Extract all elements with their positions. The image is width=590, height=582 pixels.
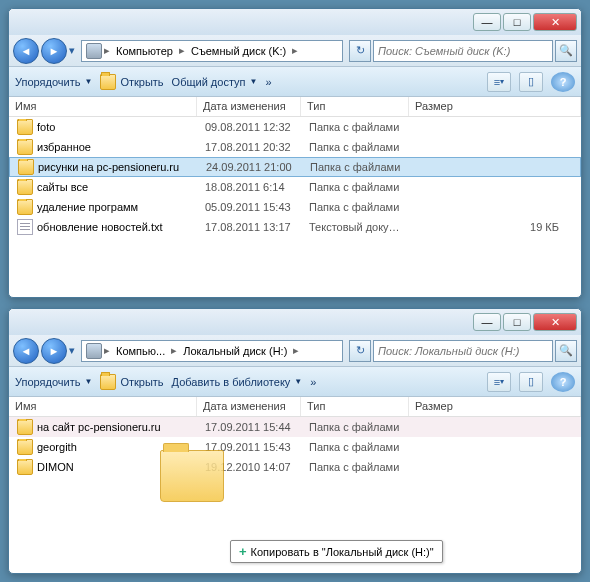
file-date: 24.09.2011 21:00 (200, 161, 304, 173)
titlebar[interactable]: — □ ✕ (9, 309, 581, 335)
breadcrumb-segment[interactable]: Компью... (112, 345, 169, 357)
file-type: Папка с файлами (304, 161, 412, 173)
file-name: на сайт pc-pensioneru.ru (37, 421, 161, 433)
file-date: 18.08.2011 6:14 (199, 181, 303, 193)
file-list[interactable]: на сайт pc-pensioneru.ru17.09.2011 15:44… (9, 417, 581, 477)
folder-icon (18, 159, 34, 175)
file-type: Папка с файлами (303, 141, 411, 153)
chevron-right-icon[interactable]: ▸ (291, 344, 301, 357)
chevron-right-icon[interactable]: ▸ (102, 44, 112, 57)
close-button[interactable]: ✕ (533, 13, 577, 31)
folder-icon (17, 119, 33, 135)
drag-tooltip: + Копировать в "Локальный диск (H:)" (230, 540, 443, 563)
chevron-right-icon[interactable]: ▸ (290, 44, 300, 57)
chevron-right-icon[interactable]: ▸ (102, 344, 112, 357)
search-input[interactable] (378, 45, 548, 57)
refresh-button[interactable]: ↻ (349, 340, 371, 362)
breadcrumb-segment[interactable]: Съемный диск (K:) (187, 45, 290, 57)
column-date[interactable]: Дата изменения (197, 397, 301, 416)
search-box[interactable] (373, 340, 553, 362)
drag-tooltip-label: Копировать в "Локальный диск (H:)" (251, 546, 434, 558)
file-date: 19.12.2010 14:07 (199, 461, 303, 473)
titlebar[interactable]: — □ ✕ (9, 9, 581, 35)
address-bar[interactable]: ▸ Компью... ▸ Локальный диск (H:) ▸ (81, 340, 343, 362)
maximize-button[interactable]: □ (503, 313, 531, 331)
search-button[interactable]: 🔍 (555, 340, 577, 362)
add-to-library-menu[interactable]: Добавить в библиотеку▼ (172, 376, 303, 388)
file-row[interactable]: удаление программ05.09.2011 15:43Папка с… (9, 197, 581, 217)
file-row[interactable]: сайты все18.08.2011 6:14Папка с файлами (9, 177, 581, 197)
maximize-button[interactable]: □ (503, 13, 531, 31)
explorer-window-1: — □ ✕ ◄ ► ▾ ▸ Компьютер ▸ Съемный диск (… (8, 8, 582, 298)
column-name[interactable]: Имя (9, 97, 197, 116)
open-button[interactable]: Открыть (100, 74, 163, 90)
file-row[interactable]: рисунки на pc-pensioneru.ru24.09.2011 21… (9, 157, 581, 177)
share-menu[interactable]: Общий доступ▼ (172, 76, 258, 88)
history-dropdown-icon[interactable]: ▾ (69, 44, 75, 57)
column-name[interactable]: Имя (9, 397, 197, 416)
file-row[interactable]: обновление новостей.txt17.08.2011 13:17Т… (9, 217, 581, 237)
minimize-button[interactable]: — (473, 13, 501, 31)
file-row[interactable]: на сайт pc-pensioneru.ru17.09.2011 15:44… (9, 417, 581, 437)
address-bar[interactable]: ▸ Компьютер ▸ Съемный диск (K:) ▸ (81, 40, 343, 62)
organize-menu[interactable]: Упорядочить▼ (15, 76, 92, 88)
toolbar: Упорядочить▼ Открыть Общий доступ▼ » ≡▾ … (9, 67, 581, 97)
chevron-right-icon[interactable]: ▸ (177, 44, 187, 57)
search-box[interactable] (373, 40, 553, 62)
column-size[interactable]: Размер (409, 97, 581, 116)
search-input[interactable] (378, 345, 548, 357)
breadcrumb-segment[interactable]: Локальный диск (H:) (179, 345, 291, 357)
history-dropdown-icon[interactable]: ▾ (69, 344, 75, 357)
file-name: рисунки на pc-pensioneru.ru (38, 161, 179, 173)
help-button[interactable]: ? (551, 72, 575, 92)
folder-open-icon (100, 374, 116, 390)
search-button[interactable]: 🔍 (555, 40, 577, 62)
back-button[interactable]: ◄ (13, 38, 39, 64)
column-type[interactable]: Тип (301, 97, 409, 116)
breadcrumb-segment[interactable]: Компьютер (112, 45, 177, 57)
folder-icon (17, 179, 33, 195)
refresh-button[interactable]: ↻ (349, 40, 371, 62)
file-row[interactable]: georgith17.09.2011 15:43Папка с файлами (9, 437, 581, 457)
back-button[interactable]: ◄ (13, 338, 39, 364)
more-menu[interactable]: » (310, 376, 316, 388)
more-menu[interactable]: » (265, 76, 271, 88)
column-headers: Имя Дата изменения Тип Размер (9, 397, 581, 417)
preview-pane-button[interactable]: ▯ (519, 72, 543, 92)
plus-icon: + (239, 544, 247, 559)
file-type: Папка с файлами (303, 201, 411, 213)
chevron-right-icon[interactable]: ▸ (169, 344, 179, 357)
file-row[interactable]: DIMON19.12.2010 14:07Папка с файлами (9, 457, 581, 477)
folder-open-icon (100, 74, 116, 90)
file-date: 17.09.2011 15:44 (199, 421, 303, 433)
navbar: ◄ ► ▾ ▸ Компьютер ▸ Съемный диск (K:) ▸ … (9, 35, 581, 67)
folder-icon (17, 439, 33, 455)
preview-pane-button[interactable]: ▯ (519, 372, 543, 392)
open-button[interactable]: Открыть (100, 374, 163, 390)
organize-menu[interactable]: Упорядочить▼ (15, 376, 92, 388)
column-size[interactable]: Размер (409, 397, 581, 416)
folder-icon (17, 419, 33, 435)
file-size: 19 КБ (411, 221, 579, 233)
file-row[interactable]: избранное17.08.2011 20:32Папка с файлами (9, 137, 581, 157)
minimize-button[interactable]: — (473, 313, 501, 331)
file-type: Текстовый докум... (303, 221, 411, 233)
forward-button[interactable]: ► (41, 338, 67, 364)
navbar: ◄ ► ▾ ▸ Компью... ▸ Локальный диск (H:) … (9, 335, 581, 367)
forward-button[interactable]: ► (41, 38, 67, 64)
file-name: georgith (37, 441, 77, 453)
file-type: Папка с файлами (303, 441, 411, 453)
help-button[interactable]: ? (551, 372, 575, 392)
file-date: 17.08.2011 13:17 (199, 221, 303, 233)
file-date: 09.08.2011 12:32 (199, 121, 303, 133)
file-name: обновление новостей.txt (37, 221, 163, 233)
close-button[interactable]: ✕ (533, 313, 577, 331)
column-type[interactable]: Тип (301, 397, 409, 416)
column-date[interactable]: Дата изменения (197, 97, 301, 116)
view-button[interactable]: ≡▾ (487, 72, 511, 92)
text-file-icon (17, 219, 33, 235)
view-button[interactable]: ≡▾ (487, 372, 511, 392)
file-list[interactable]: foto09.08.2011 12:32Папка с файламиизбра… (9, 117, 581, 237)
file-row[interactable]: foto09.08.2011 12:32Папка с файлами (9, 117, 581, 137)
file-type: Папка с файлами (303, 461, 411, 473)
